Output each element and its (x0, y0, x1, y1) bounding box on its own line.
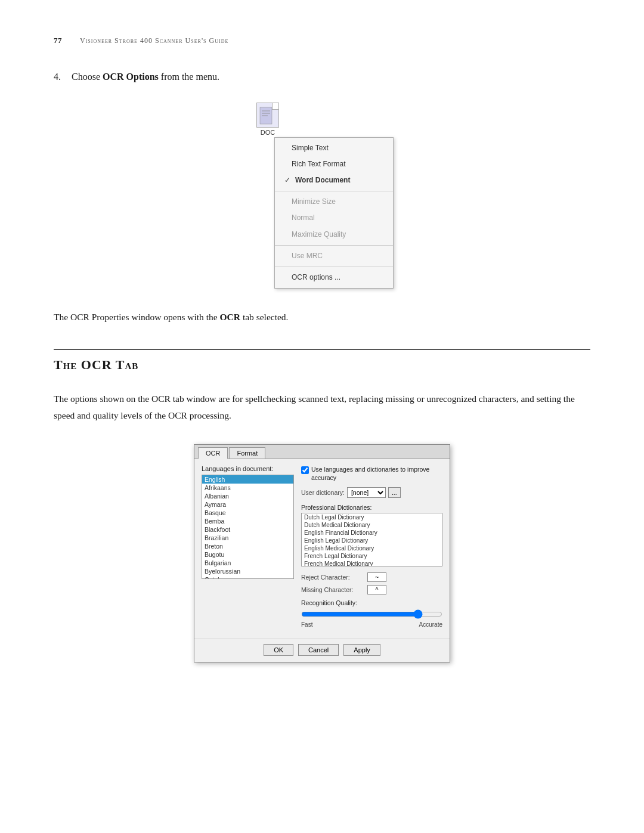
prof-dict-item-french-medical[interactable]: French Medical Dictionary (302, 560, 442, 566)
prof-dict-item-english-financial[interactable]: English Financial Dictionary (302, 529, 442, 537)
languages-listbox[interactable]: English Afrikaans Albanian Aymara Basque… (202, 475, 294, 579)
lang-item-catalan[interactable]: Catalan (202, 575, 293, 579)
dialog-footer: OK Cancel Apply (194, 639, 450, 662)
lang-item-basque[interactable]: Basque (202, 509, 293, 517)
user-dict-label: User dictionary: (301, 489, 345, 496)
lang-item-blackfoot[interactable]: Blackfoot (202, 525, 293, 534)
step4-line: 4.Choose OCR Options from the menu. (54, 69, 590, 85)
missing-char-input[interactable] (367, 585, 386, 594)
missing-char-row: Missing Character: (301, 585, 442, 594)
lang-item-english[interactable]: English (202, 475, 293, 484)
cancel-button[interactable]: Cancel (298, 644, 339, 656)
prof-dict-item-english-legal[interactable]: English Legal Dictionary (302, 537, 442, 544)
dialog-left-col: Languages in document: English Afrikaans… (202, 465, 294, 628)
prof-dict-item-english-medical[interactable]: English Medical Dictionary (302, 544, 442, 552)
lang-item-bugotu[interactable]: Bugotu (202, 550, 293, 559)
page-number: 77 (54, 36, 62, 45)
quality-slider[interactable] (301, 609, 442, 619)
use-languages-checkbox[interactable] (301, 466, 309, 474)
menu-item-simple-text[interactable]: Simple Text (275, 140, 393, 156)
prof-dict-item-dutch-legal[interactable]: Dutch Legal Dictionary (302, 513, 442, 521)
menu-item-rich-text-format[interactable]: Rich Text Format (275, 156, 393, 172)
prof-dict-label: Professional Dictionaries: (301, 504, 442, 511)
languages-label: Languages in document: (202, 465, 294, 472)
missing-char-label: Missing Character: (301, 586, 364, 593)
dialog-tabs: OCR Format (194, 445, 450, 459)
step4-text: Choose OCR Options from the menu. (72, 72, 219, 82)
lang-item-breton[interactable]: Breton (202, 542, 293, 550)
lang-item-aymara[interactable]: Aymara (202, 500, 293, 509)
lang-item-brazilian[interactable]: Brazilian (202, 534, 293, 542)
apply-button[interactable]: Apply (343, 644, 380, 656)
doc-icon (256, 103, 279, 128)
menu-item-maximize-quality: Maximize Quality (275, 227, 393, 243)
lang-item-bulgarian[interactable]: Bulgarian (202, 559, 293, 567)
menu-container: DOC Simple Text Rich Text Format Word Do… (250, 103, 394, 289)
menu-separator-3 (275, 267, 393, 267)
dropdown-menu: Simple Text Rich Text Format Word Docume… (274, 137, 394, 289)
menu-item-ocr-options[interactable]: OCR options ... (275, 270, 393, 286)
tab-format[interactable]: Format (229, 447, 265, 459)
doc-label: DOC (261, 129, 275, 136)
dialog-body: Languages in document: English Afrikaans… (194, 459, 450, 639)
reject-char-input[interactable] (367, 572, 386, 582)
menu-screenshot-area: DOC Simple Text Rich Text Format Word Do… (54, 103, 590, 289)
slider-max-label: Accurate (419, 621, 442, 628)
menu-item-normal: Normal (275, 210, 393, 226)
tab-ocr[interactable]: OCR (198, 447, 228, 459)
ocr-dialog-area: OCR Format Languages in document: Englis… (54, 444, 590, 662)
body-text: The options shown on the OCR tab window … (54, 391, 590, 423)
lang-item-byelorussian[interactable]: Byelorussian (202, 567, 293, 575)
menu-separator-2 (275, 245, 393, 246)
slider-labels: Fast Accurate (301, 621, 442, 628)
ok-button[interactable]: OK (264, 644, 293, 656)
prof-dict-listbox[interactable]: Dutch Legal Dictionary Dutch Medical Dic… (301, 513, 442, 566)
use-languages-label: Use languages and dictionaries to improv… (311, 465, 442, 482)
recog-quality-label: Recognition Quality: (301, 599, 442, 606)
prof-dict-item-dutch-medical[interactable]: Dutch Medical Dictionary (302, 521, 442, 529)
ocr-dialog: OCR Format Languages in document: Englis… (194, 444, 450, 662)
user-dict-row: User dictionary: [none] ... (301, 487, 442, 498)
step-number: 4. (54, 72, 61, 82)
dialog-main-row: Languages in document: English Afrikaans… (202, 465, 442, 628)
lang-item-albanian[interactable]: Albanian (202, 492, 293, 500)
doc-icon-area: DOC (256, 103, 279, 136)
lang-item-bemba[interactable]: Bemba (202, 517, 293, 525)
prof-dict-item-french-legal[interactable]: French Legal Dictionary (302, 552, 442, 560)
page-header: 77 Visioneer Strobe 400 Scanner User's G… (54, 36, 590, 45)
lang-item-afrikaans[interactable]: Afrikaans (202, 484, 293, 492)
doc-icon-svg (259, 106, 275, 125)
slider-min-label: Fast (301, 621, 312, 628)
menu-separator-1 (275, 191, 393, 191)
menu-item-use-mrc: Use MRC (275, 248, 393, 264)
reject-char-row: Reject Character: (301, 572, 442, 582)
user-dict-select[interactable]: [none] (347, 487, 386, 498)
menu-item-minimize-size: Minimize Size (275, 194, 393, 210)
ocr-properties-desc: The OCR Properties window opens with the… (54, 309, 590, 325)
dialog-right-col: Use languages and dictionaries to improv… (301, 465, 442, 628)
reject-char-label: Reject Character: (301, 574, 364, 581)
header-title: Visioneer Strobe 400 Scanner User's Guid… (80, 36, 228, 45)
menu-item-word-document[interactable]: Word Document (275, 172, 393, 188)
section-heading: The OCR Tab (54, 349, 590, 373)
use-languages-checkbox-row: Use languages and dictionaries to improv… (301, 465, 442, 482)
user-dict-browse-button[interactable]: ... (388, 487, 401, 498)
